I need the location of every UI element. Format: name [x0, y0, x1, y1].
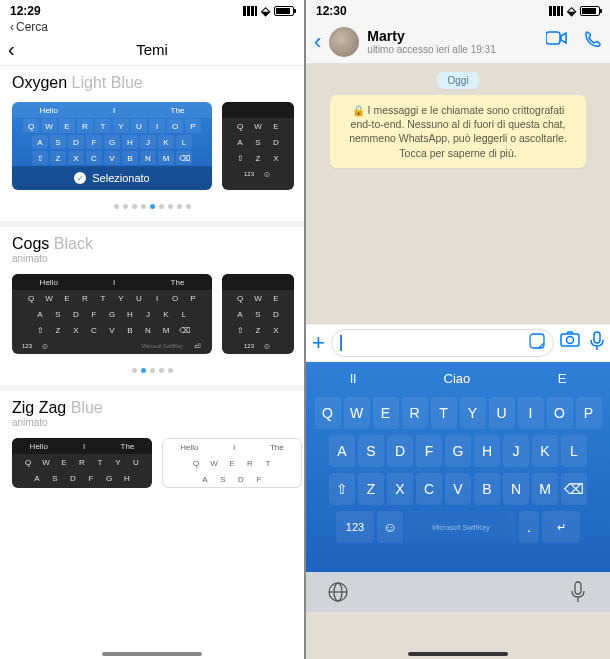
- theme-preview-next[interactable]: QWE ASD ⇧ZX 123☺: [222, 102, 294, 190]
- battery-icon: [274, 6, 294, 16]
- battery-icon: [580, 6, 600, 16]
- home-indicator[interactable]: [102, 652, 202, 656]
- status-time: 12:30: [316, 4, 347, 18]
- status-icons: ⬙: [549, 4, 600, 18]
- globe-icon[interactable]: [326, 580, 350, 604]
- wifi-icon: ⬙: [567, 4, 576, 18]
- nav-back-search[interactable]: ‹ Cerca: [0, 20, 304, 34]
- svg-rect-4: [594, 332, 600, 343]
- chevron-left-icon: ‹: [10, 20, 14, 34]
- theme-preview[interactable]: Hello I The QWERTYU ASDFGH: [12, 438, 152, 488]
- status-bar: 12:30 ⬙: [306, 0, 610, 20]
- back-button[interactable]: ‹: [8, 38, 15, 61]
- suggestion[interactable]: E: [558, 371, 567, 386]
- camera-icon[interactable]: [560, 331, 580, 355]
- suggestion[interactable]: Ciao: [444, 371, 471, 386]
- whatsapp-chat-screen: 12:30 ⬙ ‹ Marty ultimo accesso ieri alle…: [306, 0, 610, 659]
- theme-zigzag: Zig Zag Blue animato: [0, 391, 304, 432]
- theme-cogs: Cogs Black animato: [0, 227, 304, 268]
- theme-preview-next[interactable]: QWE ASD ⇧ZX 123☺: [222, 274, 294, 354]
- theme-title: Zig Zag Blue: [12, 399, 292, 417]
- svg-rect-0: [546, 32, 560, 44]
- check-icon: ✓: [74, 172, 86, 184]
- status-bar: 12:29 ⬙: [0, 0, 304, 20]
- theme-cogs-previews: Hello I The QWERTYUIOP ASDFGHJKL ⇧ZXCVBN…: [0, 268, 304, 360]
- theme-preview-selected[interactable]: Hello I The QWERTYUIOP ASDFGHJKL ⇧ZXCVBN…: [12, 102, 212, 190]
- home-indicator[interactable]: [408, 652, 508, 656]
- chat-header: ‹ Marty ultimo accesso ieri alle 19:31: [306, 20, 610, 64]
- status-time: 12:29: [10, 4, 41, 18]
- keyboard[interactable]: Il Ciao E QWERTYUIOP ASDFGHJKL ⇧ZXCVBNM⌫…: [306, 362, 610, 572]
- signal-icon: [243, 6, 257, 16]
- message-input[interactable]: [331, 329, 554, 357]
- attach-button[interactable]: +: [312, 330, 325, 356]
- contact-name: Marty: [367, 28, 538, 44]
- message-input-bar: +: [306, 324, 610, 362]
- page-title: Temi: [136, 41, 168, 58]
- encryption-notice[interactable]: 🔒 I messaggi e le chiamate sono crittogr…: [330, 95, 586, 168]
- themes-screen: 12:29 ⬙ ‹ Cerca ‹ Temi Oxygen Light Blue: [0, 0, 304, 659]
- suggestion-bar: Il Ciao E: [306, 362, 610, 394]
- theme-title: Oxygen Light Blue: [12, 74, 292, 92]
- avatar[interactable]: [329, 27, 359, 57]
- theme-oxygen-dots[interactable]: [0, 196, 304, 221]
- status-icons: ⬙: [243, 4, 294, 18]
- back-button[interactable]: ‹: [314, 29, 321, 55]
- dictation-icon[interactable]: [566, 580, 590, 604]
- mic-icon[interactable]: [590, 331, 604, 355]
- video-call-icon[interactable]: [546, 30, 568, 53]
- theme-oxygen: Oxygen Light Blue: [0, 66, 304, 96]
- theme-preview[interactable]: Hello I The QWERTYUIOP ASDFGHJKL ⇧ZXCVBN…: [12, 274, 212, 354]
- svg-point-3: [567, 337, 574, 344]
- theme-cogs-dots[interactable]: [0, 360, 304, 385]
- selected-badge: ✓ Selezionato: [12, 166, 212, 190]
- call-icons: [546, 30, 602, 53]
- phone-call-icon[interactable]: [584, 30, 602, 53]
- svg-rect-8: [575, 582, 581, 594]
- theme-preview[interactable]: Hello I The QWERT ASDF: [162, 438, 302, 488]
- theme-zigzag-previews: Hello I The QWERTYU ASDFGH Hello I The Q…: [0, 432, 304, 494]
- keyboard-bottom-bar: [306, 572, 610, 612]
- chat-messages-area[interactable]: Oggi 🔒 I messaggi e le chiamate sono cri…: [306, 64, 610, 324]
- signal-icon: [549, 6, 563, 16]
- day-label: Oggi: [437, 72, 478, 89]
- header: ‹ Temi: [0, 34, 304, 66]
- chat-title-area[interactable]: Marty ultimo accesso ieri alle 19:31: [367, 28, 538, 55]
- wifi-icon: ⬙: [261, 4, 270, 18]
- text-cursor: [340, 335, 342, 351]
- sticker-icon[interactable]: [529, 333, 545, 353]
- theme-title: Cogs Black: [12, 235, 292, 253]
- suggestion[interactable]: Il: [350, 371, 357, 386]
- theme-oxygen-previews: Hello I The QWERTYUIOP ASDFGHJKL ⇧ZXCVBN…: [0, 96, 304, 196]
- last-seen: ultimo accesso ieri alle 19:31: [367, 44, 538, 55]
